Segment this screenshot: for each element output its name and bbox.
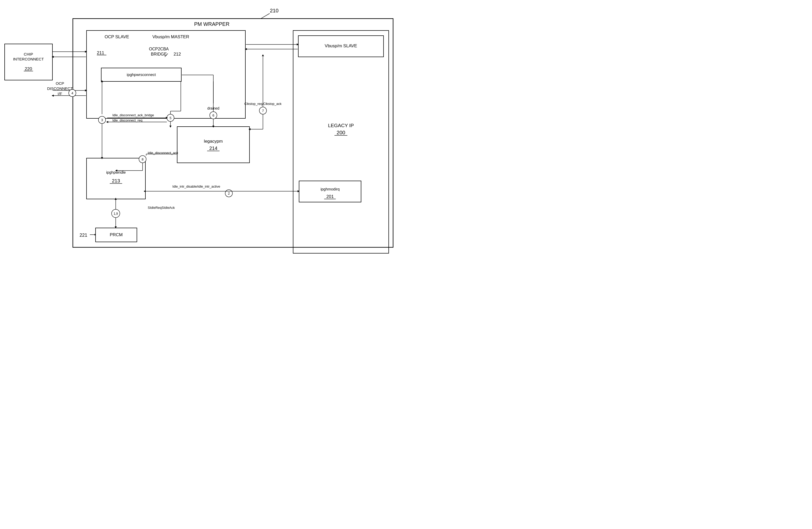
circle-2-clean: 2 bbox=[228, 191, 230, 195]
sig-idle-disc-ack-bridge: Idle_disconnect_ack_bridge bbox=[112, 113, 154, 117]
legacypm-clean: legacypm bbox=[204, 139, 223, 144]
ocp-slave-clean: OCP SLAVE bbox=[105, 34, 129, 39]
sig-sidle: SIdleReqSIdleAck bbox=[148, 206, 175, 210]
vbusp-master-clean: Vbusp/m MASTER bbox=[153, 34, 189, 39]
svg-rect-79 bbox=[5, 44, 53, 80]
ipghpwrsconnect-clean: ipghpwrsconnect bbox=[127, 72, 156, 77]
ref-212-clean: 212 bbox=[174, 52, 181, 57]
ipghmodirq-clean: ipghmodirq bbox=[320, 187, 339, 191]
pm-wrapper-label-clean: PM WRAPPER bbox=[194, 21, 230, 27]
ref-201-clean: 201 bbox=[327, 194, 334, 199]
circle-7-clean: 7 bbox=[262, 109, 264, 113]
circle-4-clean: 4 bbox=[71, 91, 73, 95]
circle-5-clean: 5 bbox=[170, 116, 171, 120]
circle-8-clean: 8 bbox=[142, 157, 143, 161]
chip-interconnect-2: INTERCONNECT bbox=[13, 57, 44, 61]
ref-211-clean: 211 bbox=[97, 51, 104, 55]
ref-221-clean: 221 bbox=[79, 232, 87, 238]
ocp-disc-2: DISCONNECT bbox=[47, 86, 73, 91]
ocp-disc-1: OCP bbox=[56, 81, 64, 86]
full-diagram: 210 PM WRAPPER CHIP INTERCONNECT 220 OCP… bbox=[0, 0, 406, 264]
circle-6-clean: 6 bbox=[212, 113, 214, 117]
ocp2cba-1: OCP2CBA bbox=[149, 47, 169, 51]
ref-214-clean: 214 bbox=[209, 145, 217, 151]
circle-1-9-clean: 1,9 bbox=[114, 212, 118, 216]
legacy-ip-clean: LEGACY IP bbox=[328, 123, 354, 128]
ref-200-clean: 200 bbox=[336, 130, 345, 135]
sig-idle-intr: Idle_intr_disable/idle_intr_active bbox=[172, 185, 220, 188]
prcm-clean: PRCM bbox=[110, 232, 123, 237]
ocp2cba-2: BRIDGE bbox=[151, 52, 166, 56]
ref-210-text: 210 bbox=[270, 8, 278, 13]
sig-idle-disc-req: Idle_disconnect_req bbox=[112, 118, 142, 122]
ocp-disc-3: I/F bbox=[58, 91, 62, 96]
circle-3-clean: 3 bbox=[101, 118, 103, 122]
ref-213-clean: 213 bbox=[112, 178, 120, 184]
chip-interconnect-ref: 220 bbox=[25, 67, 32, 71]
chip-interconnect-1: CHIP bbox=[24, 52, 33, 56]
vbusp-slave-clean: Vbusp/m SLAVE bbox=[325, 43, 357, 48]
